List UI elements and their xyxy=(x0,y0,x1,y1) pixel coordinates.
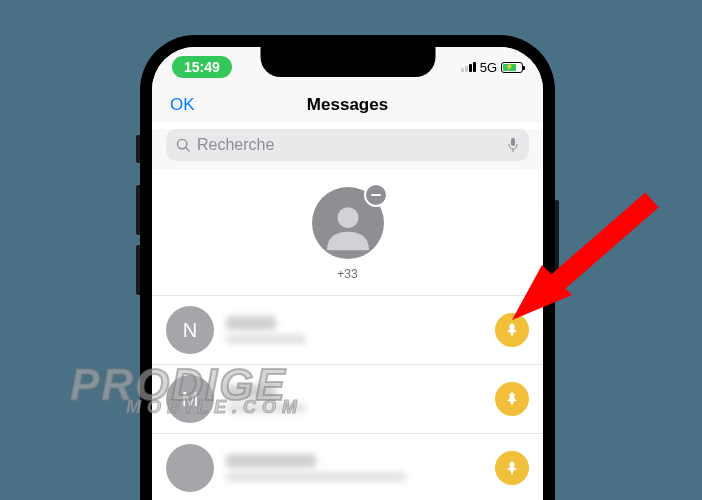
contact-name: +33 xyxy=(337,267,357,281)
avatar xyxy=(312,187,384,259)
page-title: Messages xyxy=(170,95,525,115)
mic-icon[interactable] xyxy=(507,137,519,153)
mute-switch xyxy=(136,135,140,163)
pin-button[interactable] xyxy=(495,313,529,347)
search-placeholder: Recherche xyxy=(197,136,501,154)
network-label: 5G xyxy=(480,60,497,75)
volume-down-button xyxy=(136,245,140,295)
avatar-initial xyxy=(166,444,214,492)
time-pill[interactable]: 15:49 xyxy=(172,56,232,78)
conversation-row[interactable] xyxy=(152,434,543,500)
battery-icon: ⚡ xyxy=(501,62,523,73)
minus-icon xyxy=(371,194,381,196)
pin-icon xyxy=(504,322,520,338)
search-input[interactable]: Recherche xyxy=(166,129,529,161)
avatar-initial: N xyxy=(166,306,214,354)
conversation-preview xyxy=(226,454,483,482)
svg-line-1 xyxy=(186,147,189,150)
svg-point-4 xyxy=(337,207,358,228)
conversation-row[interactable]: N xyxy=(152,296,543,365)
conversation-list: N M xyxy=(152,296,543,500)
nav-header: OK Messages xyxy=(152,87,543,123)
search-icon xyxy=(176,138,191,153)
notch xyxy=(260,47,435,77)
screen: 15:49 5G ⚡ OK Messages Recherche xyxy=(152,47,543,500)
status-indicators: 5G ⚡ xyxy=(461,60,523,75)
ok-button[interactable]: OK xyxy=(170,95,195,115)
avatar-initial: M xyxy=(166,375,214,423)
pin-icon xyxy=(504,460,520,476)
svg-rect-2 xyxy=(511,138,515,146)
power-button xyxy=(555,200,559,275)
pin-icon xyxy=(504,391,520,407)
conversation-preview xyxy=(226,316,483,344)
pinned-contact[interactable]: +33 xyxy=(152,169,543,296)
remove-pin-button[interactable] xyxy=(364,183,388,207)
conversation-preview xyxy=(226,385,483,413)
volume-up-button xyxy=(136,185,140,235)
signal-icon xyxy=(461,62,476,72)
phone-frame: 15:49 5G ⚡ OK Messages Recherche xyxy=(140,35,555,500)
conversation-row[interactable]: M xyxy=(152,365,543,434)
pin-button[interactable] xyxy=(495,451,529,485)
pin-button[interactable] xyxy=(495,382,529,416)
